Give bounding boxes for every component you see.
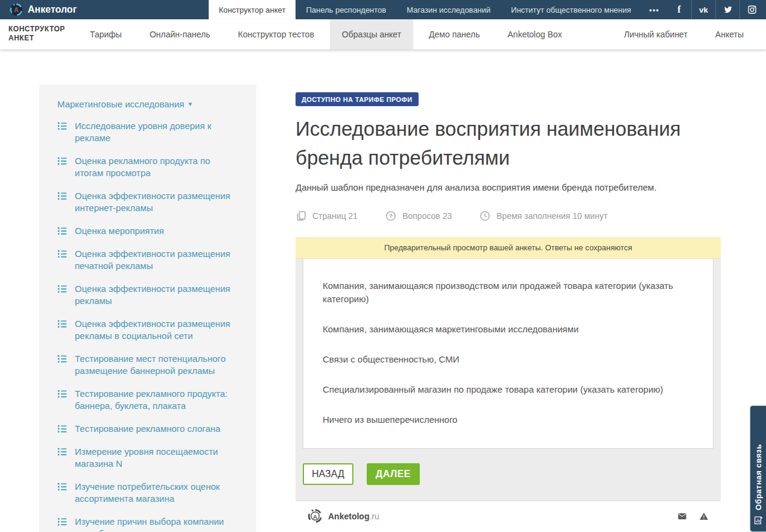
sidebar-item[interactable]: Оценка эффективности размещения интернет… [57, 190, 238, 214]
answer-option[interactable]: Ничего из вышеперечисленного [323, 413, 694, 426]
answers-card: Компания, занимающаяся производством или… [303, 259, 714, 449]
survey-preview: Предварительный просмотр вашей анкеты. О… [296, 237, 721, 531]
sidebar-item-label: Оценка эффективности размещения интернет… [75, 190, 238, 214]
list-icon [57, 284, 67, 307]
toptab-magazin-issledovaniy[interactable]: Магазин исследований [396, 0, 501, 19]
toptab-konstruktor-anket[interactable]: Конструктор анкет [209, 0, 296, 19]
feedback-tab[interactable]: Обратная связь [750, 405, 766, 532]
stat-time: Время заполнения 10 минут [480, 211, 607, 221]
back-button[interactable]: НАЗАД [303, 463, 353, 485]
sidebar-item-label: Тестирование рекламного продукта: баннер… [75, 388, 238, 412]
next-button[interactable]: ДАЛЕЕ [367, 463, 420, 485]
instagram-icon[interactable] [739, 0, 764, 19]
list-icon [57, 191, 67, 214]
stat-questions: ? Вопросов 23 [385, 211, 452, 221]
nav-item-demo-panel[interactable]: Демо панель [417, 19, 492, 49]
sidebar-item-label: Измерение уровня посещаемости магазина N [75, 446, 238, 470]
anketolog-footer-link[interactable]: A Anketolog.ru [308, 508, 379, 524]
sidebar-item-label: Оценка эффективности размещения рекламы [75, 283, 238, 307]
social-links: f vk [667, 0, 764, 19]
list-icon [57, 156, 67, 179]
nav-item-online-panel[interactable]: Онлайн-панель [138, 19, 223, 49]
sidebar-item[interactable]: Оценка эффективности размещения печатной… [57, 248, 238, 272]
stat-time-label: Время заполнения 10 минут [496, 211, 607, 221]
sidebar-item[interactable]: Тестирование мест потенциального размеще… [57, 353, 238, 377]
stat-pages: Страниц 21 [296, 211, 358, 221]
logo-line-2: АНКЕТ [8, 34, 76, 43]
sidebar-item[interactable]: Изучение потребительских оценок ассортим… [57, 481, 238, 505]
answer-option[interactable]: Специализированный магазин по продаже то… [323, 383, 694, 396]
preview-footer: A Anketolog.ru [296, 501, 721, 531]
brand-name: Анкетолог [28, 4, 77, 15]
vk-icon[interactable]: vk [691, 0, 715, 19]
page-title: Исследование восприятия наименования бре… [296, 115, 721, 173]
answer-option[interactable]: Компания, занимающаяся маркетинговыми ис… [323, 323, 694, 336]
sidebar-item-label: Оценка эффективности размещения печатной… [75, 248, 238, 272]
sidebar-item-label: Оценка рекламного продукта по итогам про… [75, 155, 238, 179]
sidebar-category-dropdown[interactable]: Маркетинговые исследования ▾ [57, 99, 238, 109]
list-icon [57, 447, 67, 470]
list-icon [57, 424, 67, 435]
sidebar-item[interactable]: Тестирование рекламного слогана [57, 423, 238, 435]
list-icon [57, 121, 67, 144]
answer-option[interactable]: Связи с общественностью, СМИ [323, 353, 694, 366]
sidebar-item[interactable]: Оценка эффективности размещения рекламы [57, 283, 238, 307]
constructor-anket-logo[interactable]: КОНСТРУКТОР АНКЕТ [0, 19, 76, 49]
list-icon [57, 354, 67, 377]
sidebar-item[interactable]: Оценка эффективности размещения рекламы … [57, 318, 238, 342]
logo-line-1: КОНСТРУКТОР [8, 25, 76, 34]
facebook-icon[interactable]: f [667, 0, 691, 19]
toptab-more[interactable]: ••• [641, 0, 667, 19]
chevron-down-icon: ▾ [188, 100, 192, 108]
brand[interactable]: A Анкетолог [0, 0, 86, 19]
svg-text:A: A [313, 513, 317, 520]
tariff-badge: ДОСТУПНО НА ТАРИФЕ ПРОФИ [296, 92, 419, 106]
nav-item-lichnyi-kabinet[interactable]: Личный кабинет [612, 19, 700, 49]
sidebar-item[interactable]: Оценка рекламного продукта по итогам про… [57, 155, 238, 179]
main-nav: КОНСТРУКТОР АНКЕТ Тарифы Онлайн-панель К… [0, 19, 766, 49]
nav-item-obraztsy-anket[interactable]: Образцы анкет [330, 19, 413, 49]
stat-questions-label: Вопросов 23 [402, 211, 452, 221]
nav-item-tarify[interactable]: Тарифы [78, 19, 134, 49]
nav-item-konstruktor-testov[interactable]: Конструктор тестов [226, 19, 326, 49]
sidebar-item-label: Тестирование мест потенциального размеще… [75, 353, 238, 377]
questions-icon: ? [385, 211, 396, 221]
list-icon [57, 319, 67, 342]
list-icon [57, 226, 67, 237]
warning-icon[interactable] [699, 511, 709, 521]
list-icon [57, 517, 67, 532]
topbar: A Анкетолог Конструктор анкет Панель рес… [0, 0, 766, 19]
list-icon [57, 482, 67, 505]
sidebar-item-label: Оценка эффективности размещения рекламы … [75, 318, 238, 342]
svg-text:?: ? [389, 213, 393, 219]
sidebar-item[interactable]: Оценка мероприятия [57, 225, 238, 237]
template-description: Данный шаблон предназначен для анализа в… [296, 182, 721, 192]
email-icon[interactable] [677, 511, 687, 521]
sidebar-item[interactable]: Изучение причин выбора компании потребит… [57, 516, 238, 532]
sidebar-item-label: Оценка мероприятия [75, 225, 164, 237]
feedback-form-icon [753, 510, 764, 525]
nav-item-ankety[interactable]: Анкеты [703, 19, 756, 49]
svg-text:A: A [14, 7, 19, 13]
anketolog-footer-logo-icon: A [308, 508, 323, 524]
sidebar-item[interactable]: Тестирование рекламного продукта: баннер… [57, 388, 238, 412]
answer-option[interactable]: Компания, занимающаяся производством или… [323, 279, 694, 306]
pages-icon [296, 211, 306, 221]
sidebar-item-label: Изучение причин выбора компании потребит… [75, 516, 238, 532]
survey-stats: Страниц 21 ? Вопросов 23 Время заполнени… [296, 211, 721, 221]
main-content: ДОСТУПНО НА ТАРИФЕ ПРОФИ Исследование во… [296, 84, 721, 531]
sidebar-item[interactable]: Исследование уровня доверия к рекламе [57, 120, 238, 144]
anketolog-logo-icon: A [10, 3, 23, 16]
list-icon [57, 249, 67, 272]
feedback-label: Обратная связь [754, 414, 763, 510]
sidebar-list: Исследование уровня доверия к рекламе Оц… [57, 120, 238, 532]
clock-icon [480, 211, 490, 221]
sidebar: Маркетинговые исследования ▾ Исследовани… [39, 84, 256, 532]
sidebar-item[interactable]: Измерение уровня посещаемости магазина N [57, 446, 238, 470]
twitter-icon[interactable] [715, 0, 739, 19]
toptab-panel-respondentov[interactable]: Панель респондентов [296, 0, 396, 19]
footer-brand-name: Anketolog.ru [328, 511, 379, 521]
stat-pages-label: Страниц 21 [312, 211, 358, 221]
nav-item-anketolog-box[interactable]: Anketolog Box [496, 19, 574, 49]
toptab-institut-mneniya[interactable]: Институт общественного мнения [501, 0, 641, 19]
